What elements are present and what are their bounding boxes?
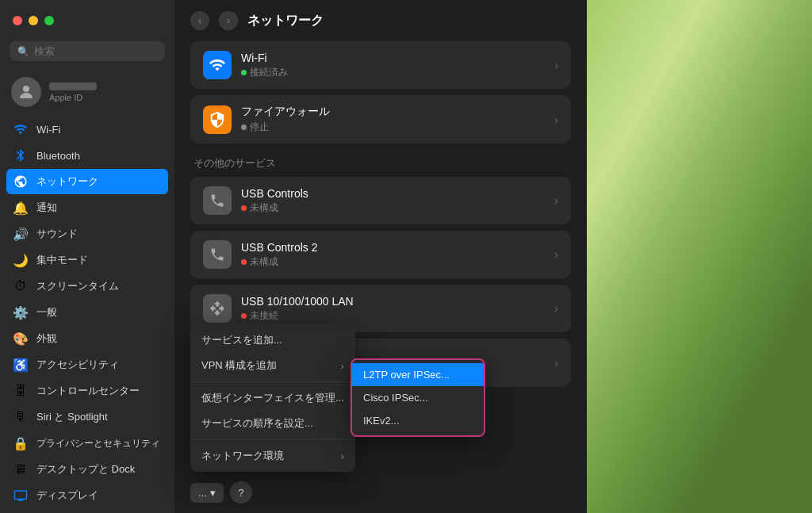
usb-controls-card[interactable]: USB Controls 未構成 ›: [190, 177, 571, 224]
desktop-icon: 🖥: [13, 461, 29, 477]
sidebar-item-wifi[interactable]: Wi-Fi: [6, 117, 168, 142]
bottom-toolbar: ... ▾ ?: [174, 472, 587, 513]
appearance-icon: 🎨: [13, 331, 29, 346]
forward-button[interactable]: ›: [219, 11, 238, 30]
context-network-env[interactable]: ネットワーク環境 ›: [190, 443, 355, 469]
wifi-service-card[interactable]: Wi-Fi 接続済み ›: [190, 41, 571, 89]
firewall-service-name: ファイアウォール: [241, 105, 554, 119]
vpn-submenu-arrow: ›: [341, 360, 344, 372]
sidebar-item-control-center[interactable]: 🎛 コントロールセンター: [6, 378, 168, 404]
screentime-icon: ⏱: [13, 278, 29, 294]
apple-id-label: Apple ID: [49, 93, 97, 102]
user-section[interactable]: Apple ID: [0, 71, 174, 117]
display-icon: [13, 488, 29, 503]
sidebar-item-appearance[interactable]: 🎨 外観: [6, 326, 168, 351]
maximize-button[interactable]: [44, 16, 54, 25]
sidebar-appearance-label: 外観: [36, 331, 57, 346]
svg-point-0: [23, 86, 29, 92]
general-icon: ⚙️: [13, 304, 29, 320]
sidebar-general-label: 一般: [36, 305, 57, 320]
sidebar-wifi-label: Wi-Fi: [36, 124, 60, 136]
user-info: Apple ID: [49, 82, 97, 102]
sidebar-privacy-label: プライバシーとセキュリティ: [36, 437, 160, 450]
vpn-ikev2-item[interactable]: IKEv2...: [352, 409, 484, 432]
context-add-service[interactable]: サービスを追加...: [190, 327, 355, 353]
wifi-icon: [13, 121, 29, 137]
wifi-service-info: Wi-Fi 接続済み: [241, 52, 554, 79]
sidebar-bluetooth-label: Bluetooth: [36, 150, 80, 162]
sidebar-item-screentime[interactable]: ⏱ スクリーンタイム: [6, 274, 168, 299]
firewall-service-card[interactable]: ファイアウォール 停止 ›: [190, 95, 571, 144]
firewall-chevron-icon: ›: [554, 113, 558, 126]
user-name-redacted: [49, 82, 97, 90]
help-button[interactable]: ?: [230, 481, 252, 503]
usb-lan-chevron: ›: [554, 302, 558, 315]
usb-controls-chevron: ›: [554, 194, 558, 207]
search-input[interactable]: [34, 45, 157, 57]
other-services-label: その他のサービス: [193, 156, 571, 170]
sidebar-desktop-label: デスクトップと Dock: [36, 462, 135, 477]
main-content: ‹ › ネットワーク Wi-Fi 接続済み ›: [174, 0, 587, 513]
close-button[interactable]: [13, 16, 22, 25]
minimize-button[interactable]: [29, 16, 38, 25]
firewall-service-info: ファイアウォール 停止: [241, 105, 554, 134]
sidebar-items-list: Wi-Fi Bluetooth ネットワーク 🔔 通知 🔊 サウ: [0, 117, 174, 513]
context-set-order[interactable]: サービスの順序を設定...: [190, 411, 355, 436]
more-actions-button[interactable]: ... ▾: [190, 483, 224, 503]
context-add-service-label: サービスを追加...: [201, 333, 282, 347]
sidebar-item-focus[interactable]: 🌙 集中モード: [6, 247, 168, 273]
context-manage-virtual[interactable]: 仮想インターフェイスを管理...: [190, 385, 355, 411]
sidebar-item-general[interactable]: ⚙️ 一般: [6, 300, 168, 325]
sidebar-control-center-label: コントロールセンター: [36, 384, 140, 398]
page-title: ネットワーク: [247, 13, 324, 29]
sidebar-item-display[interactable]: ディスプレイ: [6, 483, 168, 508]
sidebar-item-bluetooth[interactable]: Bluetooth: [6, 143, 168, 168]
usb-controls-2-name: USB Controls 2: [241, 241, 554, 254]
sidebar-item-siri[interactable]: 🎙 Siri と Spotlight: [6, 404, 168, 430]
main-header: ‹ › ネットワーク: [174, 0, 587, 41]
usb-controls-2-icon: [203, 240, 232, 269]
usb-controls-2-status: 未構成: [241, 255, 554, 269]
usb-controls-info: USB Controls 未構成: [241, 187, 554, 215]
firewall-status-dot: [241, 124, 247, 130]
back-button[interactable]: ‹: [190, 11, 209, 30]
usb-lan-icon: [203, 294, 232, 323]
usb-controls-2-status-text: 未構成: [250, 255, 278, 269]
context-separator: [190, 381, 355, 382]
context-set-order-label: サービスの順序を設定...: [201, 416, 313, 431]
sidebar-screentime-label: スクリーンタイム: [36, 279, 119, 293]
usb-lan-name: USB 10/100/1000 LAN: [241, 295, 554, 308]
wifi-chevron-icon: ›: [554, 59, 558, 71]
vpn-cisco-item[interactable]: Cisco IPSec...: [352, 386, 484, 409]
search-bar: 🔍: [10, 41, 165, 61]
usb-controls-2-info: USB Controls 2 未構成: [241, 241, 554, 269]
notifications-icon: 🔔: [13, 200, 29, 216]
sidebar-item-desktop[interactable]: 🖥 デスクトップと Dock: [6, 457, 168, 482]
system-preferences-window: 🔍 Apple ID Wi-Fi: [0, 0, 587, 513]
sidebar-item-accessibility[interactable]: ♿ アクセシビリティ: [6, 352, 168, 377]
wifi-status-text: 接続済み: [250, 66, 288, 79]
context-manage-virtual-label: 仮想インターフェイスを管理...: [201, 391, 344, 405]
usb-controls-2-card[interactable]: USB Controls 2 未構成 ›: [190, 231, 571, 278]
network-icon: [13, 174, 29, 190]
usb-lan-dot: [241, 313, 247, 319]
sidebar-item-privacy[interactable]: 🔒 プライバシーとセキュリティ: [6, 431, 168, 456]
context-add-vpn-label: VPN 構成を追加: [201, 358, 277, 373]
vpn-ikev2-label: IKEv2...: [363, 415, 400, 427]
sidebar-item-notifications[interactable]: 🔔 通知: [6, 195, 168, 220]
vpn-l2tp-item[interactable]: L2TP over IPSec...: [352, 363, 484, 386]
sidebar-sound-label: サウンド: [36, 227, 78, 241]
usb-controls-status-text: 未構成: [250, 201, 278, 215]
sidebar-item-sound[interactable]: 🔊 サウンド: [6, 221, 168, 247]
context-add-vpn[interactable]: VPN 構成を追加 ›: [190, 353, 355, 378]
titlebar: [0, 0, 174, 41]
bluetooth-icon: [13, 147, 29, 163]
network-env-arrow: ›: [341, 450, 344, 462]
firewall-status-text: 停止: [250, 121, 269, 134]
usb-lan-info: USB 10/100/1000 LAN 未接続: [241, 295, 554, 323]
control-center-icon: 🎛: [13, 383, 29, 399]
sidebar-siri-label: Siri と Spotlight: [36, 410, 108, 424]
wifi-service-name: Wi-Fi: [241, 52, 554, 64]
context-separator-2: [190, 439, 355, 440]
sidebar-item-network[interactable]: ネットワーク: [6, 169, 168, 194]
